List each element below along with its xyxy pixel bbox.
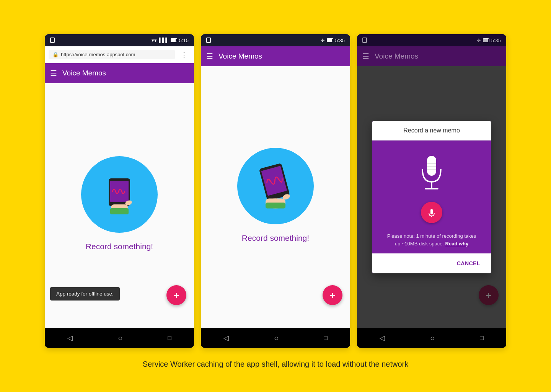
phone1-menu-icon[interactable]: ☰ — [50, 69, 57, 78]
phone1-fab-icon: + — [173, 290, 179, 300]
phone3-status-right: ✈ 5:35 — [477, 38, 501, 43]
phone1-status-right: ▾▾ ▌▌▌ 5:15 — [152, 38, 189, 43]
phone3-recents-button[interactable]: □ — [480, 335, 484, 341]
mic-large-icon — [414, 152, 449, 194]
phone2-toolbar-title: Voice Memos — [218, 52, 262, 60]
phone2-time: 5:35 — [335, 38, 345, 43]
phone1-illustration-svg — [96, 172, 142, 217]
phone-1: ▾▾ ▌▌▌ 5:15 🔒 https://voice-memos.appspo… — [45, 34, 194, 348]
svg-rect-11 — [266, 203, 285, 208]
phone1-app-content: Record something! App ready for offline … — [45, 83, 194, 328]
phone2-fab[interactable]: + — [323, 285, 342, 305]
phone2-status-left — [206, 38, 211, 43]
phone2-back-button[interactable]: ◁ — [223, 334, 229, 342]
phone3-menu-icon[interactable]: ☰ — [362, 52, 369, 61]
phone3-read-why-link[interactable]: Read why — [445, 241, 469, 247]
phone1-url-bar[interactable]: 🔒 https://voice-memos.appspot.com — [49, 50, 175, 59]
phone2-illustration — [237, 148, 314, 224]
phone1-illustration — [81, 156, 158, 233]
phone1-browser-bar: 🔒 https://voice-memos.appspot.com ⋮ — [45, 46, 194, 63]
phone2-status-bar: ✈ 5:35 — [201, 34, 350, 46]
phone2-home-button[interactable]: ○ — [274, 334, 279, 343]
signal-icon: ▌▌▌ — [159, 38, 169, 43]
phone1-record-text: Record something! — [86, 242, 153, 251]
phone1-browser-menu[interactable]: ⋮ — [178, 49, 190, 60]
phone3-dialog-overlay: Record a new memo — [357, 66, 506, 328]
phone3-nav-bar: ◁ ○ □ — [357, 328, 506, 348]
phone2-airplane-icon: ✈ — [321, 38, 325, 43]
phone-3: ✈ 5:35 ☰ Voice Memos + Record a new memo — [357, 34, 506, 348]
phone3-dialog-actions: CANCEL — [372, 253, 491, 273]
page-caption: Service Worker caching of the app shell,… — [143, 359, 408, 369]
phone-screen-icon — [50, 38, 55, 43]
phone3-time: 5:35 — [491, 38, 501, 43]
phone2-menu-icon[interactable]: ☰ — [206, 52, 213, 61]
phone3-app-content: + Record a new memo — [357, 66, 506, 328]
phone1-snackbar: App ready for offline use. — [50, 287, 120, 301]
phone3-toolbar-title: Voice Memos — [375, 52, 418, 60]
phone2-app-toolbar: ☰ Voice Memos — [201, 46, 350, 66]
phone1-url-text: https://voice-memos.appspot.com — [61, 52, 135, 57]
wifi-icon: ▾▾ — [152, 38, 157, 43]
phone3-screen-icon — [362, 38, 367, 43]
phone1-home-button[interactable]: ○ — [118, 334, 122, 343]
phones-container: ▾▾ ▌▌▌ 5:15 🔒 https://voice-memos.appspo… — [45, 34, 506, 348]
phone2-screen-icon — [206, 38, 211, 43]
phone2-record-text: Record something! — [242, 234, 309, 243]
phone1-status-bar: ▾▾ ▌▌▌ 5:15 — [45, 34, 194, 46]
phone3-battery-icon — [483, 38, 489, 42]
phone2-battery-icon — [327, 38, 333, 42]
phone3-app-toolbar: ☰ Voice Memos — [357, 46, 506, 66]
phone1-app-toolbar: ☰ Voice Memos — [45, 63, 194, 83]
phone3-dialog-body: Please note: 1 minute of recording takes… — [372, 140, 491, 253]
phone3-record-button[interactable] — [421, 202, 442, 223]
phone3-status-left — [362, 38, 367, 43]
svg-rect-18 — [430, 209, 433, 214]
phone3-cancel-button[interactable]: CANCEL — [452, 257, 485, 270]
svg-rect-12 — [427, 156, 436, 176]
lock-icon: 🔒 — [52, 52, 59, 57]
phone3-back-button[interactable]: ◁ — [380, 334, 385, 342]
phone1-back-button[interactable]: ◁ — [67, 334, 73, 342]
battery-icon — [171, 38, 177, 42]
phone2-recents-button[interactable]: □ — [324, 335, 328, 341]
phone3-dialog: Record a new memo — [372, 121, 491, 273]
phone1-recents-button[interactable]: □ — [168, 335, 171, 341]
phone-2: ✈ 5:35 ☰ Voice Memos — [201, 34, 350, 348]
phone2-status-right: ✈ 5:35 — [321, 38, 345, 43]
phone3-mic-button-icon — [427, 208, 436, 217]
phone2-fab-icon: + — [329, 290, 335, 300]
phone1-nav-bar: ◁ ○ □ — [45, 328, 194, 348]
phone2-illustration-svg — [251, 161, 300, 211]
phone1-fab[interactable]: + — [166, 285, 186, 305]
phone2-app-content: Record something! + — [201, 66, 350, 328]
phone3-home-button[interactable]: ○ — [430, 334, 435, 343]
phone3-airplane-icon: ✈ — [477, 38, 481, 43]
phone1-status-left — [50, 38, 55, 43]
phone1-snackbar-text: App ready for offline use. — [56, 291, 114, 297]
phone1-time: 5:15 — [179, 38, 189, 43]
phone3-status-bar: ✈ 5:35 — [357, 34, 506, 46]
phone3-dialog-title: Record a new memo — [372, 121, 491, 140]
phone1-toolbar-title: Voice Memos — [62, 69, 106, 77]
phone3-dialog-note: Please note: 1 minute of recording takes… — [380, 232, 483, 253]
svg-rect-5 — [110, 208, 129, 214]
phone2-nav-bar: ◁ ○ □ — [201, 328, 350, 348]
